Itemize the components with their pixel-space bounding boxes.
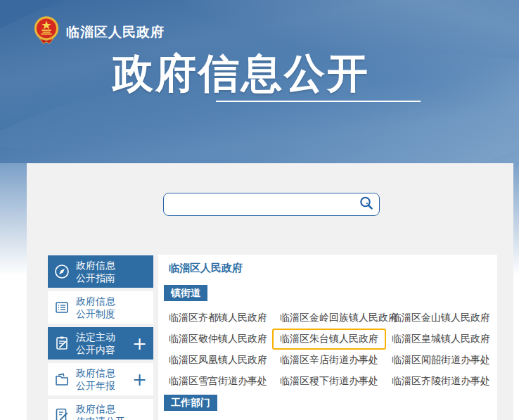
grid-cell: 临淄区朱台镇人民政府 xyxy=(272,329,384,350)
grid-cell: 临淄区稷下街道办事处 xyxy=(272,371,384,392)
national-emblem-icon xyxy=(34,15,59,49)
sidebar-item-label: 法定主动公开内容 xyxy=(76,331,115,356)
gov-link[interactable]: 临淄区辛店街道办事处 xyxy=(272,350,386,371)
site-brand[interactable]: 临淄区人民政府 xyxy=(34,15,165,49)
gov-link[interactable]: 临淄区金山镇人民政府 xyxy=(384,307,498,329)
folder-icon xyxy=(48,371,76,388)
gov-link[interactable]: 临淄区雪宫街道办事处 xyxy=(161,371,275,392)
sidebar-item-guide[interactable]: 政府信息公开指南 xyxy=(48,255,153,288)
gov-link[interactable]: 临淄区闻韶街道办事处 xyxy=(384,350,498,371)
gov-link[interactable]: 临淄区稷下街道办事处 xyxy=(272,371,386,392)
gov-link[interactable]: 临淄区齐都镇人民政府 xyxy=(161,307,275,329)
clipboard-pen-icon xyxy=(48,335,76,352)
grid-cell: 临淄区金山镇人民政府 xyxy=(384,307,500,329)
page-title: 政府信息公开 xyxy=(113,46,370,101)
grid-cell: 临淄区敬仲镇人民政府 xyxy=(161,329,272,350)
search-bar xyxy=(163,193,380,216)
section-label-towns: 镇街道 xyxy=(164,285,207,301)
grid-cell: 临淄区凤凰镇人民政府 xyxy=(161,350,272,371)
document-pen-icon xyxy=(48,407,76,420)
sidebar-item-label: 政府信息公开制度 xyxy=(76,295,115,320)
main-content: 临淄区人民政府 镇街道 临淄区齐都镇人民政府临淄区金岭回族镇人民政府临淄区金山镇… xyxy=(158,255,497,420)
grid-cell: 临淄区辛店街道办事处 xyxy=(272,350,384,371)
gov-link[interactable]: 临淄区凤凰镇人民政府 xyxy=(161,350,275,371)
gov-link[interactable]: 临淄区敬仲镇人民政府 xyxy=(161,329,275,350)
grid-cell: 临淄区金岭回族镇人民政府 xyxy=(272,307,384,329)
town-links-grid: 临淄区齐都镇人民政府临淄区金岭回族镇人民政府临淄区金山镇人民政府临淄区敬仲镇人民… xyxy=(161,307,500,392)
expand-plus-icon[interactable]: + xyxy=(132,335,147,352)
grid-cell: 临淄区齐都镇人民政府 xyxy=(161,307,272,329)
grid-cell: 临淄区皇城镇人民政府 xyxy=(384,329,500,350)
site-name: 临淄区人民政府 xyxy=(66,23,165,42)
gov-link-highlighted[interactable]: 临淄区朱台镇人民政府 xyxy=(272,329,386,350)
expand-plus-icon[interactable]: + xyxy=(132,371,147,388)
content-heading: 临淄区人民政府 xyxy=(169,262,243,275)
document-list-icon xyxy=(48,299,76,316)
compass-icon xyxy=(48,263,76,280)
search-input[interactable] xyxy=(164,193,354,215)
title-underline xyxy=(216,101,421,102)
page: 临淄区人民政府 政府信息公开 政府信息公开指南政府信息公开制度法定主动公开内容+… xyxy=(0,0,519,420)
section-label-departments: 工作部门 xyxy=(164,395,217,411)
sidebar-item-system[interactable]: 政府信息公开制度 xyxy=(48,291,153,324)
search-button[interactable] xyxy=(354,193,379,215)
gov-link[interactable]: 临淄区齐陵街道办事处 xyxy=(384,371,498,392)
search-icon xyxy=(359,196,374,213)
sidebar-item-request[interactable]: 政府信息依申请公开 xyxy=(48,399,153,420)
sidebar-nav: 政府信息公开指南政府信息公开制度法定主动公开内容+政府信息公开年报+政府信息依申… xyxy=(48,255,153,420)
gov-link[interactable]: 临淄区皇城镇人民政府 xyxy=(384,329,498,350)
grid-cell: 临淄区齐陵街道办事处 xyxy=(384,371,500,392)
sidebar-item-statutory[interactable]: 法定主动公开内容+ xyxy=(48,327,153,359)
grid-cell: 临淄区闻韶街道办事处 xyxy=(384,350,500,371)
sidebar-item-label: 政府信息公开年报 xyxy=(76,367,115,392)
sidebar-item-label: 政府信息公开指南 xyxy=(76,259,115,284)
sidebar-item-annual[interactable]: 政府信息公开年报+ xyxy=(48,363,153,395)
sidebar-item-label: 政府信息依申请公开 xyxy=(76,402,125,420)
page-header: 临淄区人民政府 政府信息公开 xyxy=(0,0,519,163)
grid-cell: 临淄区雪宫街道办事处 xyxy=(161,371,272,392)
